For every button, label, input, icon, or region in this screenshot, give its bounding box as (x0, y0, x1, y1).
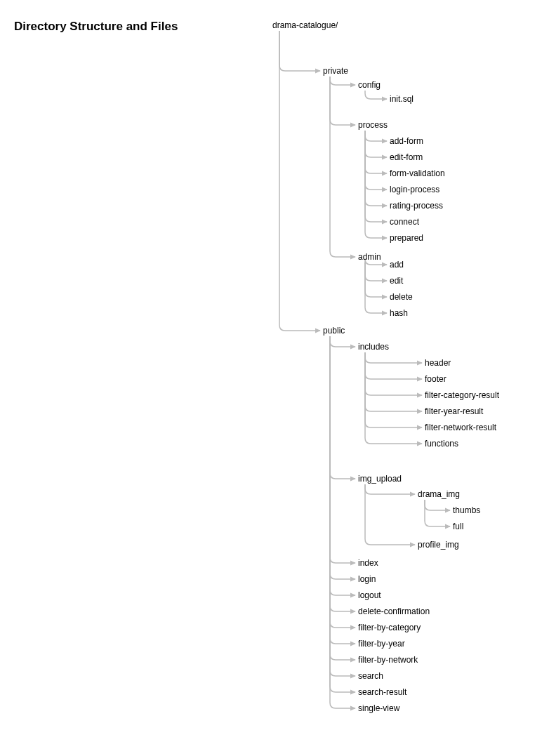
tree-node-label: img_upload (358, 474, 402, 484)
tree-connector (330, 336, 355, 579)
tree-connector (365, 352, 422, 411)
tree-node-label: edit (390, 276, 404, 286)
tree-node-label: drama_img (418, 489, 460, 499)
tree-connector (330, 336, 355, 628)
tree-connector (365, 352, 422, 379)
tree-node-label: filter-category-result (425, 390, 500, 400)
tree-node-label: functions (425, 439, 458, 449)
tree-node-label: prepared (390, 233, 423, 243)
tree-node-label: edit-form (390, 152, 423, 162)
tree-node-label: hash (390, 308, 408, 318)
tree-node-label: profile_img (418, 540, 459, 550)
tree-node-label: footer (425, 374, 447, 384)
tree-connector (330, 336, 355, 611)
tree-node-label: single-view (358, 703, 400, 713)
tree-connector (330, 77, 355, 257)
tree-node-label: delete (390, 292, 413, 302)
tree-connector (365, 131, 387, 173)
tree-connector (425, 500, 450, 526)
tree-connector (330, 336, 355, 595)
tree-node-label: header (425, 358, 451, 368)
tree-node-label: search-result (358, 687, 407, 697)
tree-node-label: add-form (390, 136, 423, 146)
tree-connector (365, 263, 387, 281)
tree-node-label: connect (390, 217, 420, 227)
tree-node-label: admin (358, 252, 381, 262)
tree-node-label: drama-catalogue/ (272, 20, 338, 30)
tree-connector (365, 352, 422, 427)
tree-node-label: filter-year-result (425, 406, 484, 416)
tree-connector (365, 263, 387, 313)
tree-connector (365, 131, 387, 157)
tree-connector (365, 352, 422, 363)
tree-node-label: full (453, 522, 463, 531)
tree-node-label: filter-by-category (358, 623, 421, 632)
tree-node-label: login (358, 574, 376, 584)
tree-node-label: add (390, 260, 404, 270)
tree-connector (365, 91, 387, 99)
tree-connector (330, 336, 355, 708)
tree-node-label: index (358, 558, 378, 568)
tree-connector (365, 484, 415, 545)
tree-node-label: includes (358, 342, 389, 352)
tree-node-label: delete-confirmation (358, 606, 430, 616)
tree-connector (330, 336, 355, 563)
tree-node-label: config (358, 80, 381, 90)
tree-connector (365, 352, 422, 395)
tree-connector (330, 336, 355, 692)
tree-connector (425, 500, 450, 510)
tree-node-label: filter-by-year (358, 639, 405, 649)
tree-node-label: filter-network-result (425, 423, 497, 432)
tree-connector (330, 77, 355, 85)
tree-connector (365, 131, 387, 206)
tree-node-label: rating-process (390, 201, 443, 211)
tree-connector (279, 31, 320, 71)
tree-connector (330, 336, 355, 676)
tree-node-label: login-process (390, 185, 439, 194)
tree-connector (330, 336, 355, 644)
tree-node-label: logout (358, 590, 381, 600)
tree-node-label: private (323, 66, 348, 76)
tree-connector (365, 131, 387, 190)
tree-node-label: form-validation (390, 168, 445, 178)
tree-node-label: process (358, 120, 388, 130)
tree-node-label: init.sql (390, 94, 414, 104)
tree-connector (330, 336, 355, 347)
tree-connector (365, 131, 387, 141)
tree-connector (365, 352, 422, 444)
tree-connector (365, 484, 415, 494)
tree-node-label: thumbs (453, 505, 480, 515)
tree-connector (330, 77, 355, 125)
tree-connector (365, 263, 387, 297)
tree-connector (330, 336, 355, 479)
tree-node-label: search (358, 671, 383, 681)
directory-tree-diagram: drama-catalogue/privateconfiginit.sqlpro… (0, 0, 549, 756)
tree-connector (279, 31, 320, 331)
tree-node-label: filter-by-network (358, 655, 418, 665)
tree-node-label: public (323, 326, 345, 336)
tree-connector (365, 131, 387, 222)
